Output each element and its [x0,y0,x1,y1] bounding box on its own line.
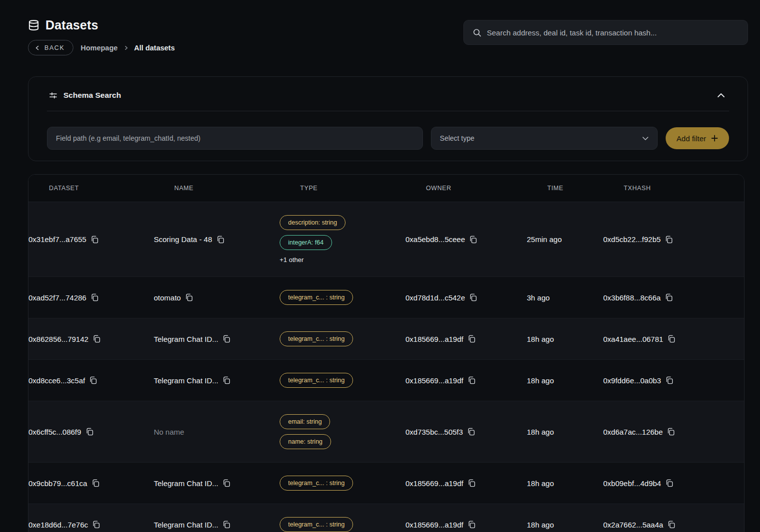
copy-icon[interactable] [665,293,673,301]
dataset-value: 0x9cbb79...c61ca [28,479,87,488]
type-select-value: Select type [440,134,474,142]
schema-search-title: Schema Search [63,91,121,100]
name-value: Scoring Data - 48 [154,235,212,244]
table-row[interactable]: 0xad52f7...74286otomatotelegram_c... : s… [28,277,744,318]
copy-icon[interactable] [86,428,93,436]
copy-icon[interactable] [469,236,477,244]
copy-icon[interactable] [468,479,475,487]
owner-value: 0xd78d1d...c542e [405,293,465,302]
name-value: Telegram Chat ID... [154,376,218,385]
dataset-cell: 0x6cff5c...086f9 [28,428,154,436]
time-cell: 18h ago [527,335,603,343]
add-filter-label: Add filter [677,134,706,143]
copy-icon[interactable] [666,376,673,384]
name-cell: Telegram Chat ID... [154,376,280,385]
copy-icon[interactable] [223,479,230,487]
name-value: Telegram Chat ID... [154,521,218,529]
copy-icon[interactable] [92,479,99,487]
name-value: Telegram Chat ID... [154,479,218,488]
copy-icon[interactable] [93,335,100,343]
column-header-type: TYPE [300,185,426,192]
time-value: 18h ago [527,376,554,385]
type-badge: description: string [280,215,346,230]
field-path-input[interactable] [47,127,423,150]
type-cell: telegram_c... : string [280,290,405,305]
breadcrumb-homepage[interactable]: Homepage [80,44,117,52]
owner-cell: 0x185669...a19df [405,376,527,385]
type-select[interactable]: Select type [431,127,658,150]
type-badge: telegram_c... : string [280,331,353,346]
type-cell: description: stringintegerA: f64+1 other [280,215,405,264]
copy-icon[interactable] [667,428,675,436]
datasets-table: DATASET NAME TYPE OWNER TIME TXHASH 0x31… [28,174,745,532]
txhash-value: 0x9fdd6e...0a0b3 [603,376,661,385]
owner-value: 0x185669...a19df [405,521,463,529]
page-title: Datasets [45,18,98,32]
chevron-down-icon [642,136,649,141]
time-value: 25min ago [527,235,562,244]
txhash-value: 0xb09ebf...4d9b4 [603,479,661,488]
copy-icon[interactable] [666,479,673,487]
more-types-label: +1 other [280,256,304,264]
copy-icon[interactable] [665,236,673,244]
chevron-left-icon [35,45,40,50]
copy-icon[interactable] [217,236,224,244]
back-button[interactable]: BACK [28,40,73,55]
copy-icon[interactable] [468,521,475,529]
txhash-value: 0xd5cb22...f92b5 [603,235,661,244]
time-cell: 18h ago [527,479,603,488]
name-value: Telegram Chat ID... [154,335,218,343]
owner-cell: 0xd78d1d...c542e [405,293,527,302]
copy-icon[interactable] [223,335,230,343]
copy-icon[interactable] [91,236,98,244]
name-cell: No name [154,428,280,436]
copy-icon[interactable] [469,293,477,301]
copy-icon[interactable] [223,376,230,384]
type-badge: integerA: f64 [280,235,332,250]
dataset-value: 0xe18d6d...7e76c [28,521,88,529]
copy-icon[interactable] [668,521,675,529]
column-header-txhash: TXHASH [624,185,744,192]
txhash-cell: 0x3b6f88...8c66a [603,293,744,302]
txhash-cell: 0xd6a7ac...126be [603,428,744,436]
txhash-value: 0x2a7662...5aa4a [603,521,663,529]
table-row[interactable]: 0x862856...79142Telegram Chat ID...teleg… [28,318,744,360]
plus-icon [711,135,718,142]
type-badge: telegram_c... : string [280,373,353,388]
panel-divider [47,111,729,111]
copy-icon[interactable] [223,521,230,529]
dataset-value: 0xd8cce6...3c5af [28,376,85,385]
collapse-panel-button[interactable] [715,90,727,100]
owner-cell: 0x185669...a19df [405,479,527,488]
copy-icon[interactable] [89,376,97,384]
owner-value: 0xd735bc...505f3 [405,428,463,436]
dataset-cell: 0xd8cce6...3c5af [28,376,154,385]
copy-icon[interactable] [468,335,475,343]
copy-icon[interactable] [92,521,100,529]
time-cell: 3h ago [527,293,603,302]
table-row[interactable]: 0xe18d6d...7e76cTelegram Chat ID...teleg… [28,504,744,532]
txhash-cell: 0xa41aee...06781 [603,335,744,343]
column-header-name: NAME [174,185,300,192]
type-cell: telegram_c... : string [280,373,405,388]
copy-icon[interactable] [91,293,98,301]
table-row[interactable]: 0x9cbb79...c61caTelegram Chat ID...teleg… [28,463,744,504]
table-row[interactable]: 0x31ebf7...a7655Scoring Data - 48descrip… [28,202,744,277]
time-value: 3h ago [527,293,550,302]
copy-icon[interactable] [467,428,475,436]
table-body: 0x31ebf7...a7655Scoring Data - 48descrip… [28,202,744,532]
table-row[interactable]: 0x6cff5c...086f9No nameemail: stringname… [28,401,744,463]
back-button-label: BACK [44,44,64,51]
global-search[interactable] [463,20,748,45]
dataset-cell: 0xe18d6d...7e76c [28,521,154,529]
table-row[interactable]: 0xd8cce6...3c5afTelegram Chat ID...teleg… [28,360,744,401]
copy-icon[interactable] [468,376,475,384]
owner-cell: 0x185669...a19df [405,521,527,529]
add-filter-button[interactable]: Add filter [666,127,729,149]
copy-icon[interactable] [668,335,675,343]
type-badge: name: string [280,434,331,449]
owner-value: 0x185669...a19df [405,335,463,343]
name-cell: otomato [154,293,280,302]
copy-icon[interactable] [185,293,193,301]
search-input[interactable] [487,28,739,37]
